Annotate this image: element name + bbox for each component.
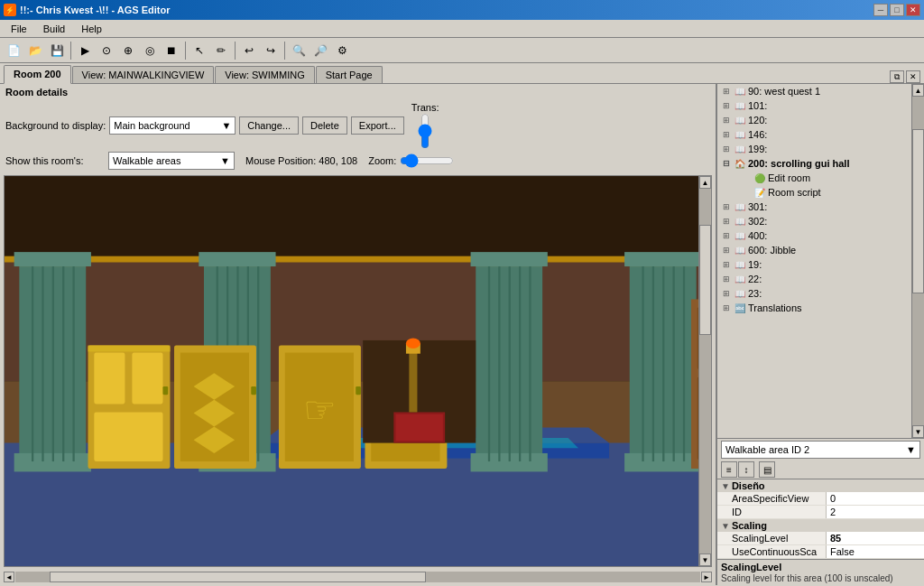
status-description: Scaling level for this area (100 is unsc… [721,573,920,583]
expand-icon[interactable]: ⊞ [719,260,734,269]
tree-vscroll-track[interactable] [912,97,924,425]
tree-item-200[interactable]: ⊟ 🏠 200: scrolling gui hall [717,156,911,171]
tab-room200[interactable]: Room 200 [4,65,71,84]
expand-icon[interactable]: ⊞ [719,101,734,110]
expand-icon[interactable]: ⊞ [719,87,734,96]
expand-icon[interactable]: ⊞ [719,274,734,284]
step-out-button[interactable]: ◎ [140,41,160,60]
trans-label: Trans: [411,102,439,113]
tree-item-translations[interactable]: ⊞ 🔤 Translations [717,301,911,315]
zoom-slider[interactable] [400,153,454,168]
room-scene: ☞ ↖ [5,176,711,566]
tree-item-edit-room[interactable]: 🟢 Edit room [717,171,911,185]
prop-value-id[interactable]: 2 [827,506,924,518]
tree-item-90[interactable]: ⊞ 📖 90: west quest 1 [717,84,911,98]
tree-item-302[interactable]: ⊞ 📖 302: [717,214,911,228]
tab-close-button[interactable]: ✕ [906,70,920,83]
tree-item-199[interactable]: ⊞ 📖 199: [717,142,911,156]
prop-row-id: ID 2 [717,506,924,519]
tree-item-600[interactable]: ⊞ 📖 600: Jibble [717,243,911,257]
show-rooms-dropdown[interactable]: Walkable areas ▼ [108,152,235,170]
tree-item-120[interactable]: ⊞ 📖 120: [717,113,911,127]
prop-toolbar: ≡ ↕ ▤ [717,460,924,479]
section-collapse-icon[interactable]: ▼ [721,481,730,491]
room-vscroll-down[interactable]: ▼ [699,553,711,566]
tree-item-101[interactable]: ⊞ 📖 101: [717,98,911,113]
run-button[interactable]: ▶ [75,41,95,60]
expand-icon[interactable]: ⊞ [719,144,734,153]
background-dropdown[interactable]: Main background ▼ [109,116,236,135]
tab-mainwalkingview[interactable]: View: MAINWALKINGVIEW [72,66,215,83]
pencil-button[interactable]: ✏ [211,41,231,60]
menu-build[interactable]: Build [36,22,72,36]
prop-row-scalinglevel: ScalingLevel 85 [717,532,924,545]
zoom-out-button[interactable]: 🔎 [310,41,330,60]
room-vscroll-track[interactable] [699,189,711,553]
hscroll-right[interactable]: ► [701,572,712,582]
prop-sort-category-btn[interactable]: ≡ [721,461,737,478]
tree-item-room-script[interactable]: 📝 Room script [717,185,911,200]
room-vscroll-up[interactable]: ▲ [699,176,711,189]
tab-restore-button[interactable]: ⧉ [890,70,904,83]
svg-rect-53 [163,386,169,395]
change-button[interactable]: Change... [239,116,299,135]
tree-vscroll-down[interactable]: ▼ [912,425,924,438]
stop-button[interactable]: ⏹ [162,41,181,60]
walkable-area-dropdown[interactable]: Walkable area ID 2 ▼ [721,441,920,459]
undo-button[interactable]: ↩ [239,41,259,60]
save-button[interactable]: 💾 [47,41,67,60]
expand-icon[interactable]: ⊞ [719,217,734,226]
room-controls: Background to display: Main background ▼… [0,100,716,172]
menu-file[interactable]: File [4,22,34,36]
right-panel: ⊞ 📖 90: west quest 1 ⊞ 📖 101: ⊞ 📖 [716,84,924,585]
book-icon: 📖 [734,215,746,228]
redo-button[interactable]: ↪ [261,41,281,60]
tree-item-301[interactable]: ⊞ 📖 301: [717,200,911,214]
delete-button[interactable]: Delete [302,116,347,135]
maximize-button[interactable]: □ [890,4,904,16]
tree-vscroll-up[interactable]: ▲ [912,84,924,97]
room-details-header: Room details [0,84,716,100]
expand-icon[interactable]: ⊞ [719,303,734,312]
tree-item-146[interactable]: ⊞ 📖 146: [717,127,911,142]
expand-icon[interactable]: ⊟ [719,159,734,168]
minimize-button[interactable]: ─ [873,4,888,16]
svg-rect-74 [396,414,443,442]
hscroll-thumb [50,572,426,582]
open-button[interactable]: 📂 [25,41,45,60]
settings-button[interactable]: ⚙ [332,41,352,60]
tree-item-22[interactable]: ⊞ 📖 22: [717,272,911,286]
tree-content: ⊞ 📖 90: west quest 1 ⊞ 📖 101: ⊞ 📖 [717,84,911,438]
tree-item-19[interactable]: ⊞ 📖 19: [717,257,911,272]
tab-swimming[interactable]: View: SWIMMING [215,66,314,83]
tree-item-23[interactable]: ⊞ 📖 23: [717,286,911,301]
close-button[interactable]: ✕ [906,4,920,16]
expand-icon[interactable]: ⊞ [719,202,734,211]
expand-icon[interactable]: ⊞ [719,289,734,298]
step-into-button[interactable]: ⊕ [118,41,138,60]
window-controls: ─ □ ✕ [873,4,920,16]
section-collapse-icon-2[interactable]: ▼ [721,521,730,531]
new-button[interactable]: 📄 [4,41,23,60]
hscroll-track[interactable] [15,572,700,582]
step-over-button[interactable]: ⊙ [97,41,116,60]
book-icon: 📖 [734,273,746,285]
menu-help[interactable]: Help [74,22,109,36]
expand-icon[interactable]: ⊞ [719,130,734,139]
expand-icon[interactable]: ⊞ [719,246,734,255]
export-button[interactable]: Export... [351,116,404,135]
book-icon: 📖 [734,258,746,271]
prop-value-areaspecificview[interactable]: 0 [827,492,924,505]
expand-icon[interactable]: ⊞ [719,116,734,125]
zoom-in-button[interactable]: 🔍 [289,41,309,60]
prop-sort-az-btn[interactable]: ↕ [738,461,754,478]
cursor-button[interactable]: ↖ [189,41,209,60]
prop-value-scalinglevel[interactable]: 85 [827,532,924,544]
prop-pages-btn[interactable]: ▤ [759,461,775,478]
hscroll-left[interactable]: ◄ [4,572,14,582]
prop-value-usecontinuous[interactable]: False [827,545,924,558]
tab-startpage[interactable]: Start Page [316,66,383,83]
trans-slider[interactable] [419,113,431,149]
expand-icon[interactable]: ⊞ [719,231,734,240]
tree-item-400[interactable]: ⊞ 📖 400: [717,228,911,243]
